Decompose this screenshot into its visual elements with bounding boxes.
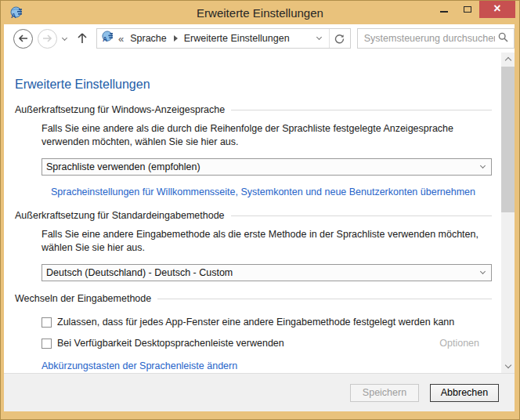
close-icon: × [493,2,500,15]
scrollbar-thumb[interactable] [501,67,515,212]
display-language-dropdown[interactable]: Sprachliste verwenden (empfohlen) [42,158,492,176]
advanced-settings-window: A Erweiterte Einstellungen × [0,0,520,420]
checkbox-row-language-bar: Bei Verfügbarkeit Desktopsprachenleiste … [42,338,479,349]
footer-button-bar: Speichern Abbrechen [4,373,515,411]
chevron-up-icon [504,57,511,63]
minimize-icon [440,11,448,13]
checkbox-label: Bei Verfügbarkeit Desktopsprachenleiste … [57,338,284,349]
checkbox-label: Zulassen, dass für jedes App-Fenster ein… [57,317,454,328]
chevron-down-icon [480,269,486,274]
search-input[interactable] [358,33,498,44]
section-title: Außerkraftsetzung für Windows-Anzeigespr… [15,104,225,115]
save-button[interactable]: Speichern [350,384,419,402]
address-bar[interactable]: A « Sprache Erweiterte Einstellungen [96,28,351,49]
titlebar: A Erweiterte Einstellungen × [1,1,519,24]
scroll-down-button[interactable] [501,360,515,373]
chevron-down-icon [480,163,486,168]
cancel-button[interactable]: Abbrechen [430,384,499,402]
section-description: Falls Sie eine andere Eingabemethode als… [42,228,486,255]
close-button[interactable]: × [479,1,515,18]
section-title: Außerkraftsetzung für Standardeingabemet… [15,210,225,221]
up-button[interactable] [76,32,88,45]
forward-button[interactable] [38,29,57,49]
maximize-button[interactable] [456,1,479,18]
section-title: Wechseln der Eingabemethode [15,293,151,304]
section-divider [231,110,492,110]
breadcrumb-item-sprache[interactable]: Sprache [130,33,167,44]
section-input-method-header: Außerkraftsetzung für Standardeingabemet… [15,210,492,221]
checkbox-row-app-window: Zulassen, dass für jedes App-Fenster ein… [42,317,479,328]
chevron-down-icon [504,362,511,368]
breadcrumb-item-erweiterte-einstellungen[interactable]: Erweiterte Einstellungen [184,33,290,44]
section-display-language-header: Außerkraftsetzung für Windows-Anzeigespr… [15,104,492,115]
vertical-scrollbar[interactable] [501,52,515,373]
app-window-input-method-checkbox[interactable] [42,317,52,328]
input-method-dropdown[interactable]: Deutsch (Deutschland) - Deutsch - Custom [42,264,492,281]
address-dropdown-chevron-icon[interactable] [316,34,322,40]
search-box [357,28,515,49]
navigation-bar: A « Sprache Erweiterte Einstellungen [4,24,515,52]
svg-text:A: A [103,35,107,43]
section-description: Falls Sie eine andere als die durch die … [42,122,486,149]
breadcrumb-collapse-indicator[interactable]: « [118,33,124,45]
search-icon[interactable] [498,31,508,45]
language-breadcrumb-icon: A [101,31,114,46]
caption-buttons: × [432,1,515,18]
section-switching-header: Wechseln der Eingabemethode [15,293,492,304]
section-divider [231,215,492,216]
desktop-language-bar-checkbox[interactable] [42,339,52,349]
page-title: Erweiterte Einstellungen [15,78,492,92]
apply-language-settings-link[interactable]: Spracheinstellungen für Willkommensseite… [51,186,475,197]
dropdown-selected-value: Sprachliste verwenden (empfohlen) [42,161,481,172]
recent-pages-chevron-icon[interactable] [62,34,67,40]
scroll-up-button[interactable] [501,52,515,66]
content-area: Erweiterte Einstellungen Außerkraftsetzu… [4,52,515,373]
section-divider [157,299,492,299]
change-language-bar-hotkeys-link[interactable]: Abkürzungstasten der Sprachenleiste ände… [42,360,237,371]
refresh-button[interactable] [330,29,350,48]
minimize-button[interactable] [432,1,456,18]
options-link-disabled: Optionen [439,338,479,349]
back-button[interactable] [13,29,33,49]
breadcrumb-separator-icon [174,35,178,42]
dropdown-selected-value: Deutsch (Deutschland) - Deutsch - Custom [42,267,481,278]
maximize-icon [464,6,471,13]
